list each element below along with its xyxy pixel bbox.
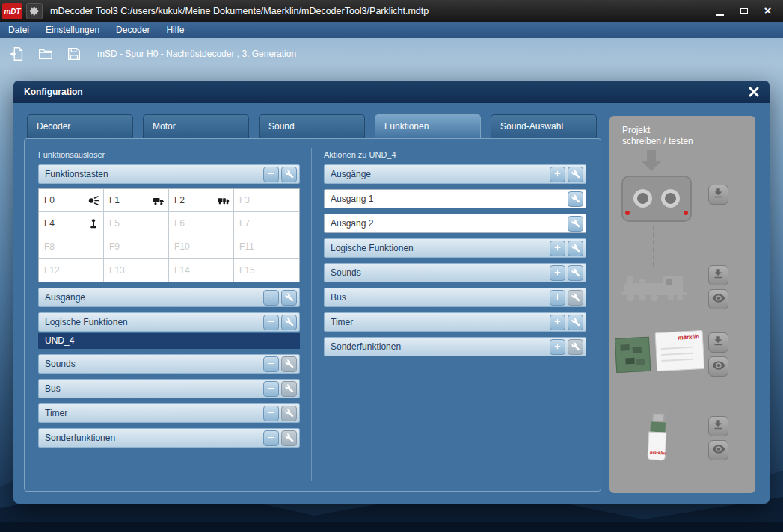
dialog-header: Konfiguration [13, 81, 770, 103]
list-row-ausgang-2[interactable]: Ausgang 2 [324, 214, 586, 233]
truck-icon [152, 194, 165, 207]
add-button[interactable] [550, 241, 565, 256]
add-button[interactable] [550, 167, 565, 182]
function-trigger-list: FunktionstastenF0F1F2F3F4F5F6F7F8F9F10F1… [38, 164, 300, 448]
test-usb-button[interactable] [708, 440, 728, 460]
configure-button[interactable] [568, 167, 583, 182]
row-label: Logische Funktionen [331, 239, 414, 257]
wrench-icon [285, 383, 294, 396]
list-row-timer[interactable]: Timer [38, 403, 300, 423]
usb-connector-icon [652, 413, 665, 423]
menu-item-hilfe[interactable]: Hilfe [158, 22, 192, 38]
open-file-button[interactable] [34, 43, 57, 65]
add-button[interactable] [263, 430, 279, 446]
menu-item-einstellungen[interactable]: Einstellungen [37, 22, 108, 38]
add-button[interactable] [550, 315, 565, 330]
list-row-sounds[interactable]: Sounds [38, 354, 300, 374]
row-label: Sounds [45, 355, 76, 373]
add-button[interactable] [263, 290, 279, 306]
configure-button[interactable] [568, 315, 583, 330]
list-row-sonderfunktionen[interactable]: Sonderfunktionen [38, 428, 300, 448]
mdt-logo: mDT [2, 3, 22, 19]
write-decoder-button[interactable] [708, 185, 728, 205]
test-locomotive-button[interactable] [708, 289, 728, 309]
add-button[interactable] [550, 265, 565, 281]
add-button[interactable] [550, 339, 565, 355]
configure-button[interactable] [281, 430, 297, 446]
configure-button[interactable] [568, 241, 583, 256]
add-button[interactable] [550, 290, 565, 306]
function-key-f1[interactable]: F1 [104, 189, 169, 212]
tab-motor[interactable]: Motor [143, 114, 249, 139]
function-key-f2[interactable]: F2 [169, 189, 234, 212]
function-key-f4[interactable]: F4 [39, 212, 104, 235]
list-row-logische-funktionen[interactable]: Logische Funktionen [38, 312, 300, 332]
menu-item-datei[interactable]: Datei [0, 22, 37, 38]
list-row-ausgang-1[interactable]: Ausgang 1 [324, 189, 586, 208]
row-label: Timer [45, 404, 67, 422]
configure-button[interactable] [281, 406, 297, 421]
test-card-button[interactable] [708, 356, 728, 377]
key-label: F6 [174, 218, 185, 229]
tab-sound[interactable]: Sound [259, 114, 365, 139]
write-card-button[interactable] [708, 332, 728, 353]
list-row-timer[interactable]: Timer [324, 312, 586, 332]
list-row-sonderfunktionen[interactable]: Sonderfunktionen [324, 337, 586, 356]
wrench-icon [285, 358, 294, 371]
configure-button[interactable] [281, 381, 297, 397]
add-button[interactable] [263, 315, 279, 330]
key-label: F3 [239, 195, 250, 205]
configure-button[interactable] [568, 339, 583, 355]
tab-funktionen[interactable]: Funktionen [375, 114, 481, 140]
configure-button[interactable] [281, 167, 297, 182]
add-button[interactable] [263, 167, 279, 182]
configure-button[interactable] [568, 216, 583, 232]
add-button[interactable] [263, 356, 279, 372]
decoder-led-icon [684, 211, 688, 215]
list-row-sounds[interactable]: Sounds [324, 263, 586, 282]
list-row-funktionstasten[interactable]: Funktionstasten [38, 164, 300, 184]
list-row-und-4[interactable]: UND_4 [38, 333, 300, 349]
configure-button[interactable] [568, 191, 583, 207]
configure-button[interactable] [281, 290, 297, 306]
function-key-f12: F12 [39, 259, 104, 282]
tab-sound-auswahl[interactable]: Sound-Auswahl [491, 114, 597, 139]
list-row-logische-funktionen[interactable]: Logische Funktionen [324, 238, 586, 258]
function-key-f7: F7 [234, 212, 299, 235]
list-row-bus[interactable]: Bus [324, 288, 586, 307]
wrench-icon [571, 168, 580, 182]
maerklin-logo: märklin [650, 451, 666, 456]
minimize-button[interactable] [710, 4, 730, 19]
dialog-close-icon[interactable] [749, 87, 759, 100]
list-row-ausgaenge[interactable]: Ausgänge [324, 164, 586, 184]
headlight-icon [87, 194, 99, 207]
tab-decoder[interactable]: Decoder [27, 114, 133, 139]
plus-icon [266, 383, 276, 396]
window-title: mDecoder Tool3 C:/users/kukuk/Meine Doku… [50, 6, 710, 16]
configure-button[interactable] [568, 265, 583, 281]
function-key-f0[interactable]: F0 [39, 189, 104, 212]
wrench-icon [571, 291, 580, 305]
close-button[interactable]: × [758, 4, 778, 19]
usb-pcb-icon [650, 422, 666, 433]
list-row-ausgaenge[interactable]: Ausgänge [38, 288, 300, 307]
new-file-button[interactable] [6, 43, 28, 65]
configure-button[interactable] [281, 315, 297, 330]
list-row-bus[interactable]: Bus [38, 379, 300, 398]
download-icon [712, 187, 725, 202]
function-key-f15: F15 [234, 259, 299, 282]
configure-button[interactable] [281, 356, 297, 372]
configure-button[interactable] [568, 290, 583, 306]
app-gear-icon[interactable] [26, 3, 43, 19]
write-locomotive-button[interactable] [708, 265, 728, 285]
decoder-speaker-icon [661, 189, 680, 208]
save-file-button[interactable] [63, 43, 85, 65]
key-label: F9 [109, 241, 120, 252]
write-usb-button[interactable] [708, 416, 728, 436]
eye-icon [712, 359, 725, 375]
add-button[interactable] [263, 381, 279, 397]
maximize-button[interactable] [734, 4, 754, 19]
plus-icon [266, 432, 276, 445]
menu-item-decoder[interactable]: Decoder [108, 22, 158, 38]
add-button[interactable] [263, 406, 279, 421]
